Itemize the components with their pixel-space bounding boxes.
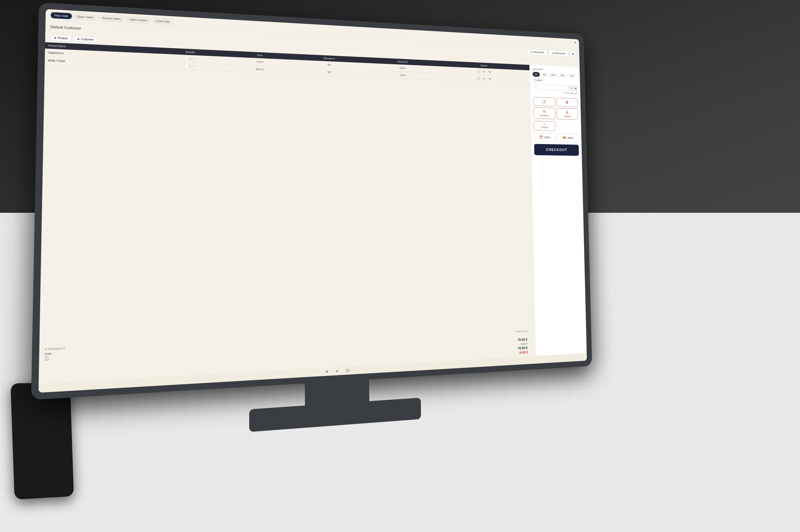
coupons-label-1: Coupons [564,115,571,117]
vat-label: VAT [44,358,51,362]
time-label: 12:45 [51,12,57,15]
copy-icon-1[interactable]: ⬜ [476,69,481,74]
card-label: 100% [567,136,573,139]
cash-icon: ⏰ [539,135,543,139]
left-panel: Product Name Quantity Price Discount % D… [39,42,536,393]
cash-btn[interactable]: ⏰ 100% [534,133,556,142]
right-panel: DISCOUNT 0% 5% 10% 20% 30% Custom [529,65,587,365]
qty-plus-2[interactable]: + [192,64,196,69]
header-right: Le Bernardin Le Bernardin ↻ [527,49,576,57]
copy-icon-2[interactable]: ⬜ [476,76,481,81]
coupons-btn-2[interactable]: 🏷 Coupons [534,121,555,131]
discount-options: 0% 5% 10% 20% 30% Custom [533,72,577,84]
wifi-icon: ▲ [574,41,577,44]
delete-btn[interactable]: 🗑 [556,98,578,107]
customer-icon: ⊕ [77,37,80,41]
restaurant-btn-1[interactable]: Le Bernardin [527,49,547,55]
save-discount[interactable]: ✎ Save discount [533,91,577,95]
discount-amount: 0.00 € [513,342,528,346]
nav-controls [325,369,349,373]
action-grid: 📝 🗑 % Promotions 🖨 Coupons [533,97,578,120]
discount-30pct[interactable]: 30% [568,73,576,78]
monitor-outer: 12:45 ▲ New Sale Open Sales Recent Sales… [31,2,592,400]
edit-icon-1[interactable]: ✏ [482,69,486,74]
promotions-icon: % [543,110,546,114]
tab-sales-orders[interactable]: Sales Orders [126,16,151,23]
product-btn[interactable]: ⊕ Product [50,35,72,42]
discount-0pct[interactable]: 0% [533,72,540,77]
edit-icon-2[interactable]: ✏ [482,76,486,81]
home-btn[interactable] [336,370,338,372]
promotions-btn[interactable]: % Promotions [534,107,555,119]
qty-control-2: - 1 + [153,63,226,70]
single-btn-row: 🏷 Coupons [534,121,578,131]
save-notes[interactable]: ✎ Save notes [515,330,527,333]
qty-minus-1[interactable]: - [184,57,189,61]
discount-label: DISCOUNT [533,68,577,72]
discount-section: DISCOUNT 0% 5% 10% 20% 30% Custom [533,68,577,96]
qty-minus-2[interactable]: - [184,64,189,68]
discount-custom[interactable]: Custom [533,78,544,83]
totals-labels: Total Tax VAT [44,352,52,361]
note-btn[interactable]: 📝 [533,97,555,107]
recents-btn[interactable] [347,369,349,372]
qty-value-2: 1 [189,65,191,68]
tab-close-day[interactable]: Close Day [152,18,173,25]
discount-input[interactable] [533,84,567,91]
tab-recent-sales[interactable]: Recent Sales [98,15,124,22]
restaurant-btn-2[interactable]: Le Bernardin [549,50,569,56]
discount-10pct[interactable]: 10% [549,73,557,78]
main-content: Product Name Quantity Price Discount % D… [39,42,587,393]
percent-icon-1[interactable]: % [488,70,492,74]
checkout-btn[interactable]: CHECKOUT [534,144,579,156]
subtotal-amount: 70.00 € [513,338,528,342]
discount-input-row: --- [533,84,577,91]
coupons-icon-1: 🖨 [565,110,569,114]
promotions-label: Promotions [540,114,549,117]
cash-label: 100% [544,136,551,139]
product-icon: ⊕ [54,36,56,39]
refresh-btn[interactable]: ↻ [570,51,576,57]
total-label: Total [44,352,51,356]
tab-open-sales[interactable]: Open Sales [73,14,97,21]
discount-5pct[interactable]: 5% [541,72,548,77]
coupons-icon-2: 🏷 [544,123,545,125]
total-amount: 70.00 € [513,346,528,350]
qty-plus-1[interactable]: + [192,57,196,61]
back-btn[interactable] [325,370,328,373]
discount-select[interactable]: --- [568,86,577,91]
payment-btns: ⏰ 100% 💳 100% [534,133,579,142]
card-btn[interactable]: 💳 100% [557,133,579,142]
customer-btn[interactable]: ⊕ Customer [73,36,97,43]
delete-icon: 🗑 [565,100,569,104]
coupons-btn-1[interactable]: 🖨 Coupons [556,108,578,120]
discount-20pct[interactable]: 20% [558,73,566,78]
qty-value-1: 1 [189,57,191,60]
product-name-2: White T-Shirt [48,59,148,66]
coupons-label-2: Coupons [541,126,548,129]
percent-icon-2[interactable]: % [488,77,492,81]
monitor-screen: 12:45 ▲ New Sale Open Sales Recent Sales… [39,9,587,393]
vat-amount: 0.00 € [513,350,528,355]
card-icon: 💳 [562,136,566,139]
note-icon: 📝 [542,99,546,104]
customer-label: Default Customer [51,25,81,31]
monitor-wrapper: 12:45 ▲ New Sale Open Sales Recent Sales… [60,17,635,421]
qty-control-1: - 1 + [153,55,226,62]
